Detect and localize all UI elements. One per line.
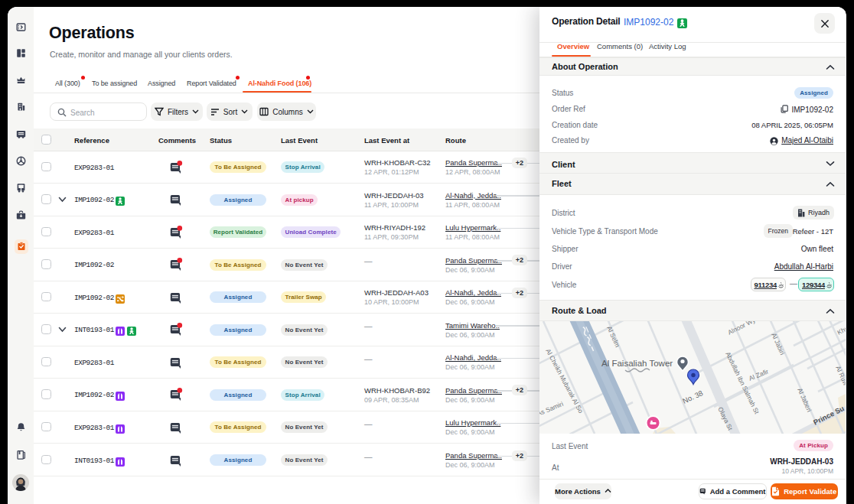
svg-text:Al Faisaliah Tower: Al Faisaliah Tower [601,359,673,368]
